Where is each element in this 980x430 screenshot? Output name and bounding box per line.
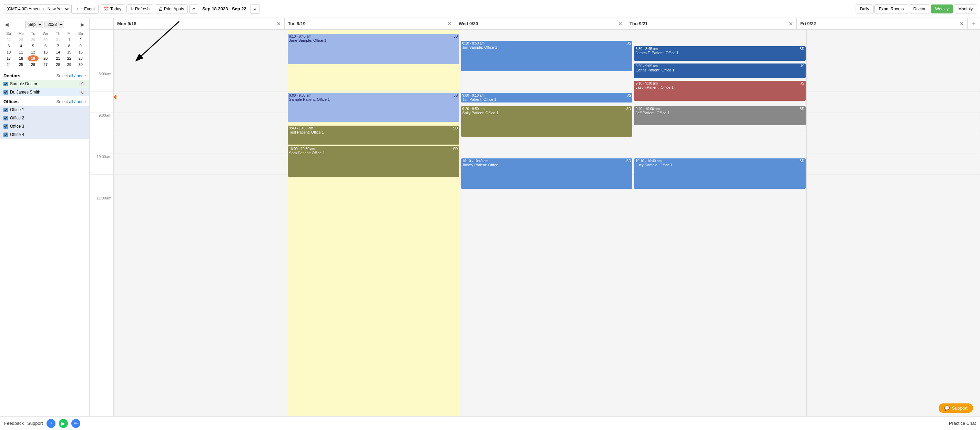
office-name-3: Office 3: [10, 124, 24, 129]
mini-cal-day[interactable]: 11: [14, 49, 27, 55]
mini-cal-day[interactable]: 28: [14, 37, 27, 43]
mini-cal-day[interactable]: 22: [64, 55, 75, 61]
mini-cal-day[interactable]: 18: [14, 55, 27, 61]
appt-sally-patient[interactable]: 9:20 - 9:50 am SD Sally Patient: Office …: [461, 106, 633, 137]
close-mon[interactable]: ✕: [277, 21, 281, 27]
monthly-view-button[interactable]: Monthly: [954, 5, 977, 13]
office-name-1: Office 1: [10, 107, 24, 112]
mini-cal-day[interactable]: 4: [14, 43, 27, 49]
support-text[interactable]: Support: [27, 421, 43, 426]
mini-cal-day[interactable]: 21: [52, 55, 64, 61]
mini-cal-day[interactable]: 17: [3, 55, 14, 61]
mini-cal-day[interactable]: 6: [38, 43, 52, 49]
mini-cal-day[interactable]: 31: [52, 37, 64, 43]
help-icon[interactable]: ?: [46, 419, 56, 428]
appt-james-t[interactable]: 8:30 - 8:45 am SD James T. Patient: Offi…: [634, 46, 806, 61]
appt-jim-sample[interactable]: 8:20 - 8:50 am JS Jim Sample: Office 1: [461, 41, 633, 71]
mini-cal-day[interactable]: 23: [75, 55, 86, 61]
plus-icon: ＋: [75, 6, 79, 12]
close-tue[interactable]: ✕: [447, 21, 452, 27]
mini-cal-day[interactable]: 30: [75, 61, 86, 68]
doctor-badge-sample: 9: [79, 82, 86, 86]
appt-tim-patient[interactable]: 9:00 - 9:10 am JS Tim Patient: Office 1: [461, 93, 633, 102]
mini-cal-day[interactable]: 9: [75, 43, 86, 49]
office-item-2[interactable]: Office 2: [0, 114, 89, 122]
mini-cal-day[interactable]: 27: [38, 61, 52, 68]
feedback-text[interactable]: Feedback: [4, 421, 24, 426]
appt-jane-sample[interactable]: 8:10 - 8:40 am JS Jane Sample: Office 1: [288, 34, 459, 64]
office-checkbox-4[interactable]: [3, 133, 8, 137]
mini-calendar: ◀ Sep 2023 ▶ Su Mo Tu We: [0, 18, 89, 70]
mini-cal-day[interactable]: 10: [3, 49, 14, 55]
offices-select-all[interactable]: all: [69, 99, 73, 104]
office-checkbox-3[interactable]: [3, 124, 8, 129]
practice-chat-text[interactable]: Practice Chat: [949, 421, 976, 426]
doctor-item-sample[interactable]: Sample Doctor 9: [0, 80, 89, 88]
mini-cal-day[interactable]: 5: [27, 43, 38, 49]
doctors-select-all[interactable]: all: [69, 74, 73, 78]
mini-cal-next[interactable]: ▶: [79, 21, 86, 28]
mini-cal-day[interactable]: 12: [27, 49, 38, 55]
mini-cal-day[interactable]: 8: [64, 43, 75, 49]
mini-cal-day[interactable]: 2: [75, 37, 86, 43]
mini-cal-day[interactable]: 20: [38, 55, 52, 61]
doctor-item-james[interactable]: Dr. James Smith 8: [0, 88, 89, 96]
offices-select-none[interactable]: none: [76, 99, 86, 104]
appt-test-patient[interactable]: 9:40 - 10:00 am SD Test Patient: Office …: [288, 126, 459, 145]
mini-cal-day[interactable]: 14: [52, 49, 64, 55]
mini-cal-day[interactable]: 27: [3, 37, 14, 43]
mini-cal-day[interactable]: 24: [3, 61, 14, 68]
next-week-button[interactable]: »: [250, 4, 259, 14]
mini-cal-day[interactable]: 1: [64, 37, 75, 43]
appt-jimmy-patient[interactable]: 10:10 - 10:40 am SD Jimmy Patient: Offic…: [461, 158, 633, 189]
mini-cal-day[interactable]: 7: [52, 43, 64, 49]
day-col-tue-inner: 8:10 - 8:40 am JS Jane Sample: Office 1 …: [287, 30, 460, 216]
play-icon[interactable]: ▶: [59, 419, 68, 428]
pencil-icon[interactable]: ✏: [71, 419, 80, 428]
mini-cal-day[interactable]: 30: [38, 37, 52, 43]
add-day-button[interactable]: +: [967, 18, 980, 29]
office-item-4[interactable]: Office 4: [0, 131, 89, 139]
mini-cal-prev[interactable]: ◀: [3, 21, 11, 28]
mini-cal-day[interactable]: 26: [27, 61, 38, 68]
mini-cal-day[interactable]: 19: [27, 55, 38, 61]
office-checkbox-1[interactable]: [3, 108, 8, 112]
doctors-select-none[interactable]: none: [76, 74, 86, 78]
month-select[interactable]: Sep: [25, 21, 43, 28]
support-button[interactable]: 💬 Support: [939, 403, 973, 413]
weekly-view-button[interactable]: Weekly: [931, 5, 953, 13]
appt-carlos-patient[interactable]: 8:50 - 9:05 am JS Carlos Patient: Office…: [634, 64, 806, 78]
mini-cal-day[interactable]: 29: [27, 37, 38, 43]
mini-cal-day[interactable]: 3: [3, 43, 14, 49]
cal-day-sa: Sa: [75, 30, 86, 37]
doctor-checkbox-james[interactable]: [3, 90, 8, 94]
appt-sam-patient[interactable]: 10:00 - 10:30 am SD Sam Patient: Office …: [288, 146, 459, 177]
office-item-3[interactable]: Office 3: [0, 122, 89, 131]
daily-view-button[interactable]: Daily: [856, 5, 874, 13]
close-thu[interactable]: ✕: [789, 21, 793, 27]
prev-week-button[interactable]: «: [189, 4, 198, 14]
appt-jeff-patient[interactable]: 9:40 - 10:00 am SD Jeff Patient: Office …: [634, 106, 806, 125]
mini-cal-day[interactable]: 28: [52, 61, 64, 68]
year-select[interactable]: 2023: [45, 21, 64, 28]
timezone-select[interactable]: (GMT-4:00) America - New Yo: [3, 5, 70, 13]
doctor-checkbox-sample[interactable]: [3, 82, 8, 86]
appt-jason-patient[interactable]: 9:10 - 9:30 am JS Jason Patient: Office …: [634, 81, 806, 101]
mini-cal-day[interactable]: 25: [14, 61, 27, 68]
exam-rooms-view-button[interactable]: Exam Rooms: [874, 5, 908, 13]
mini-cal-day[interactable]: 16: [75, 49, 86, 55]
add-event-button[interactable]: ＋ + Event: [71, 4, 99, 14]
mini-cal-day[interactable]: 13: [38, 49, 52, 55]
mini-cal-day[interactable]: 29: [64, 61, 75, 68]
refresh-button[interactable]: ↻ Refresh: [126, 5, 153, 13]
today-button[interactable]: 📅 Today: [100, 5, 125, 13]
appt-sample-patient[interactable]: 9:00 - 9:30 am JS Sample Patient: Office…: [288, 93, 459, 122]
close-fri[interactable]: ✕: [960, 21, 964, 27]
print-button[interactable]: 🖨 Print Appts: [155, 5, 188, 13]
appt-lucy-sample[interactable]: 10:10 - 10:40 am SD Lucy Sample: Office …: [634, 158, 806, 189]
mini-cal-day[interactable]: 15: [64, 49, 75, 55]
office-item-1[interactable]: Office 1: [0, 106, 89, 114]
doctor-view-button[interactable]: Doctor: [909, 5, 930, 13]
close-wed[interactable]: ✕: [618, 21, 622, 27]
office-checkbox-2[interactable]: [3, 116, 8, 120]
